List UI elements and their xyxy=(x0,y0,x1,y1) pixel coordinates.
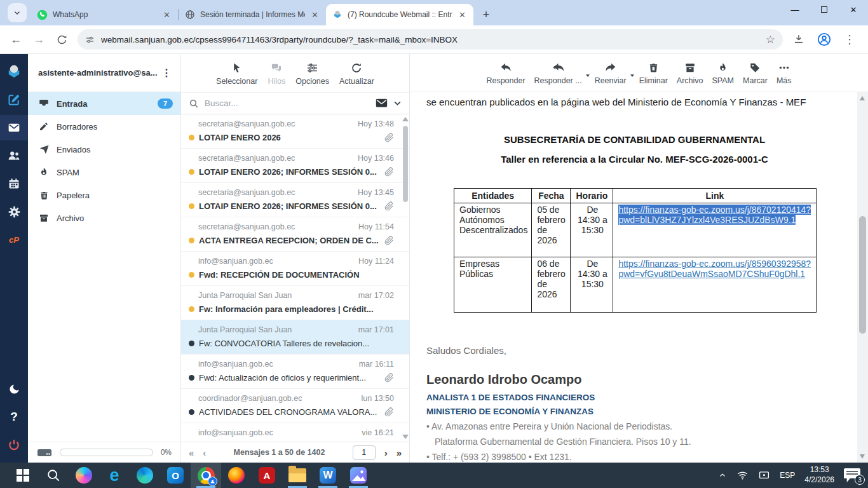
zoom-link-selected[interactable]: https://finanzas-gob-ec.zoom.us/j/867021… xyxy=(618,205,811,225)
taskbar-word[interactable]: W xyxy=(313,463,343,488)
message-row[interactable]: coordinador@sanjuan.gob.eclun 13:50 ACTI… xyxy=(181,389,409,423)
refresh-button[interactable]: Actualizar xyxy=(339,61,374,86)
taskbar-internet-explorer[interactable]: e xyxy=(99,463,130,488)
message-row[interactable]: info@sanjuan.gob.ecvie 16:21 xyxy=(181,423,409,442)
spam-button[interactable]: SPAM xyxy=(712,60,735,85)
taskbar-search-button[interactable] xyxy=(38,463,69,488)
list-scrollbar-thumb[interactable] xyxy=(403,126,408,202)
taskbar-file-explorer[interactable] xyxy=(282,463,313,488)
message-row[interactable]: secretaria@sanjuan.gob.ecHoy 13:45 LOTAI… xyxy=(181,183,409,217)
reply-button[interactable]: Responder xyxy=(486,60,525,85)
settings-button[interactable] xyxy=(0,199,28,224)
tray-chevron-up-icon[interactable] xyxy=(718,471,727,479)
tab-informes[interactable]: Sesión terminada | Informes Me ✕ xyxy=(179,4,326,25)
help-button[interactable]: ? xyxy=(0,404,28,430)
archive-button[interactable]: Archivo xyxy=(677,60,703,85)
tab-whatsapp[interactable]: WhatsApp ✕ xyxy=(31,4,178,25)
folder-inbox[interactable]: Entrada 7 xyxy=(28,92,180,115)
message-row[interactable]: Junta Parroquial San Juanmar 17:02 Fw: I… xyxy=(181,286,409,320)
message-intro-line: se encuentran publicados en la página we… xyxy=(426,97,843,107)
new-tab-button[interactable]: + xyxy=(477,6,495,24)
downloads-button[interactable] xyxy=(788,29,810,50)
select-button[interactable]: Seleccionar xyxy=(216,61,257,86)
tab-search-button[interactable] xyxy=(8,3,27,22)
taskbar-clock[interactable]: 13:53 4/2/2026 xyxy=(804,465,834,485)
tab-roundcube-active[interactable]: (7) Roundcube Webmail :: Entra ✕ xyxy=(326,4,473,25)
reply-all-button[interactable]: Responder ... xyxy=(534,60,582,85)
contacts-button[interactable] xyxy=(0,143,28,168)
search-options-chevron-icon[interactable] xyxy=(393,99,402,107)
wifi-icon[interactable] xyxy=(736,470,749,480)
message-row[interactable]: secretaria@sanjuan.gob.ecHoy 13:48 LOTAI… xyxy=(181,114,409,149)
taskbar-edge[interactable] xyxy=(130,463,160,488)
list-scrollbar[interactable] xyxy=(402,116,409,440)
search-input[interactable]: Buscar... xyxy=(205,98,370,108)
scrollbar-thumb[interactable] xyxy=(859,216,866,334)
taskbar-outlook[interactable]: O xyxy=(160,463,191,488)
page-number-input[interactable]: 1 xyxy=(353,445,376,460)
start-button[interactable] xyxy=(8,463,38,488)
browser-menu-button[interactable]: ⋮ xyxy=(839,29,860,50)
forward-dropdown-icon[interactable] xyxy=(629,73,635,78)
message-row-selected[interactable]: Junta Parroquial San Juanmar 17:01 Fw: C… xyxy=(181,320,409,355)
taskbar-photos[interactable] xyxy=(343,463,374,488)
reply-all-dropdown-icon[interactable] xyxy=(585,73,591,78)
prev-page-button[interactable]: ‹ xyxy=(203,447,206,458)
taskbar-chrome-active[interactable] xyxy=(191,463,221,488)
mail-section-button[interactable] xyxy=(0,115,28,140)
folder-sent[interactable]: Enviados xyxy=(28,138,180,161)
window-maximize-button[interactable] xyxy=(810,0,839,19)
delete-button[interactable]: Eliminar xyxy=(639,60,668,85)
wireless-display-icon[interactable] xyxy=(758,470,770,480)
forward-button[interactable]: → xyxy=(28,29,50,50)
zoom-link[interactable]: https://finanzas-gob-ec.zoom.us/j/859603… xyxy=(618,259,811,279)
calendar-button[interactable] xyxy=(0,171,28,196)
scroll-up-arrow[interactable] xyxy=(860,96,865,100)
scroll-down-arrow[interactable] xyxy=(860,454,865,459)
dark-mode-button[interactable] xyxy=(0,376,28,402)
message-row[interactable]: secretaria@sanjuan.gob.ecHoy 13:46 LOTAI… xyxy=(181,149,409,183)
search-scope-mail-icon[interactable] xyxy=(376,98,388,108)
taskbar-copilot[interactable] xyxy=(69,463,99,488)
first-page-button[interactable]: « xyxy=(189,447,194,458)
taskbar-acrobat[interactable]: A xyxy=(252,463,282,488)
folder-spam[interactable]: SPAM xyxy=(28,161,180,184)
window-close-button[interactable]: ✕ xyxy=(839,0,868,19)
url-text[interactable]: webmail.sanjuan.gob.ec/cpsess9964711463/… xyxy=(101,35,759,44)
folder-drafts[interactable]: Borradores xyxy=(28,115,180,138)
taskbar-firefox[interactable] xyxy=(221,463,252,488)
more-button[interactable]: Más xyxy=(776,60,792,85)
window-minimize-button[interactable]: — xyxy=(780,0,810,19)
profile-button[interactable] xyxy=(813,29,835,50)
next-page-button[interactable]: › xyxy=(384,447,388,458)
scroll-up-arrow[interactable] xyxy=(402,117,409,121)
scroll-down-arrow[interactable] xyxy=(402,435,409,439)
compose-button[interactable] xyxy=(0,87,28,112)
last-page-button[interactable]: » xyxy=(397,447,402,458)
bookmark-star-icon[interactable]: ☆ xyxy=(766,33,775,46)
forward-button[interactable]: Reenviar xyxy=(595,60,627,85)
omnibox[interactable]: webmail.sanjuan.gob.ec/cpsess9964711463/… xyxy=(78,29,783,50)
options-button[interactable]: Opciones xyxy=(295,61,329,86)
logout-button[interactable] xyxy=(0,432,28,458)
account-menu-button[interactable]: ⋮ xyxy=(158,67,175,79)
message-row[interactable]: info@sanjuan.gob.ecHoy 11:24 Fwd: RECEPC… xyxy=(181,252,409,286)
tab-close-icon[interactable]: ✕ xyxy=(310,10,320,20)
cpanel-link[interactable]: cP xyxy=(0,227,28,252)
message-row[interactable]: secretaria@sanjuan.gob.ecHoy 11:54 ACTA … xyxy=(181,217,409,252)
message-sender: Junta Parroquial San Juan xyxy=(198,325,292,334)
reload-button[interactable] xyxy=(51,29,72,50)
message-subject: Fwd: RECEPCIÓN DE DOCUMENTACIÓN xyxy=(199,270,394,280)
back-button[interactable]: ← xyxy=(5,29,27,50)
folder-archive[interactable]: Archivo xyxy=(28,207,180,229)
tab-close-icon[interactable]: ✕ xyxy=(162,10,172,20)
notification-center-button[interactable]: 3 xyxy=(844,468,860,482)
message-row[interactable]: info@sanjuan.gob.ecmar 16:11 Fwd: Actual… xyxy=(181,355,409,389)
reading-pane-scrollbar[interactable] xyxy=(857,92,868,463)
tab-close-icon[interactable]: ✕ xyxy=(458,10,467,20)
threads-button[interactable]: Hilos xyxy=(268,61,285,86)
search-bar[interactable]: Buscar... xyxy=(181,92,409,114)
language-indicator[interactable]: ESP xyxy=(780,471,795,480)
folder-trash[interactable]: Papelera xyxy=(28,184,180,207)
mark-button[interactable]: Marcar xyxy=(743,60,768,85)
